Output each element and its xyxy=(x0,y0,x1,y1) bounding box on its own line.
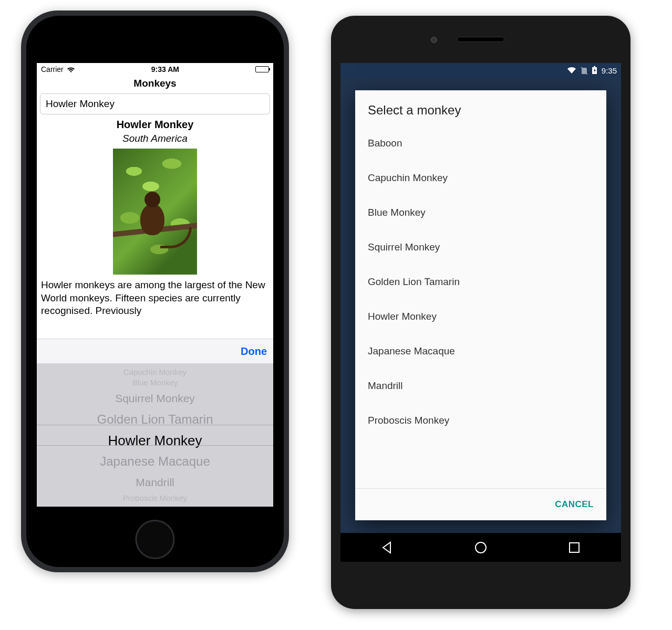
detail-photo xyxy=(113,149,197,275)
dialog-option[interactable]: Japanese Macaque xyxy=(355,334,606,369)
svg-point-2 xyxy=(475,542,486,553)
detail-region: South America xyxy=(37,133,273,144)
iphone-screen: Carrier 9:33 AM Monkeys Howler Monkey Ho… xyxy=(37,63,273,507)
picker-toolbar: Done xyxy=(37,339,273,364)
picker-option[interactable]: Golden Lion Tamarin xyxy=(37,409,273,430)
android-nav-bar xyxy=(340,533,621,562)
android-speaker xyxy=(457,37,504,42)
select-monkey-dialog: Select a monkey Baboon Capuchin Monkey B… xyxy=(355,90,606,520)
page-title: Monkeys xyxy=(37,76,273,93)
home-button[interactable] xyxy=(473,540,488,555)
recents-button[interactable] xyxy=(567,540,582,555)
picker-option[interactable]: Proboscis Monkey xyxy=(37,493,273,503)
no-sim-icon xyxy=(581,67,587,75)
done-button[interactable]: Done xyxy=(241,345,267,358)
picker-option[interactable]: Blue Monkey xyxy=(37,377,273,388)
android-content: Select a monkey Baboon Capuchin Monkey B… xyxy=(340,78,621,533)
dialog-option[interactable]: Squirrel Monkey xyxy=(355,230,606,265)
dialog-option[interactable]: Golden Lion Tamarin xyxy=(355,265,606,299)
battery-icon xyxy=(255,66,269,72)
wifi-icon xyxy=(567,67,576,74)
iphone-device-frame: Carrier 9:33 AM Monkeys Howler Monkey Ho… xyxy=(21,10,289,572)
picker-option[interactable]: Japanese Macaque xyxy=(37,451,273,472)
dialog-option[interactable]: Capuchin Monkey xyxy=(355,161,606,195)
dialog-option[interactable]: Blue Monkey xyxy=(355,195,606,230)
dialog-actions: CANCEL xyxy=(355,488,606,520)
dialog-option[interactable]: Baboon xyxy=(355,126,606,161)
picker-option[interactable]: Mandrill xyxy=(37,472,273,493)
home-button[interactable] xyxy=(136,520,175,559)
clock-label: 9:33 AM xyxy=(151,65,179,74)
dialog-option[interactable]: Mandrill xyxy=(355,369,606,403)
detail-name: Howler Monkey xyxy=(37,119,273,131)
android-device-frame: 9:35 Select a monkey Baboon Capuchin Mon… xyxy=(331,16,630,609)
picker-option[interactable]: Squirrel Monkey xyxy=(37,388,273,409)
iphone-bezel: Carrier 9:33 AM Monkeys Howler Monkey Ho… xyxy=(26,16,284,567)
monkey-picker-field[interactable]: Howler Monkey xyxy=(40,93,270,114)
dialog-option[interactable]: Howler Monkey xyxy=(355,299,606,334)
battery-charging-icon xyxy=(592,66,597,75)
wifi-icon xyxy=(67,66,75,72)
photo-monkey-body xyxy=(140,204,164,235)
dialog-option-list[interactable]: Baboon Capuchin Monkey Blue Monkey Squir… xyxy=(355,126,606,488)
back-button[interactable] xyxy=(380,540,395,555)
carrier-label: Carrier xyxy=(41,65,64,74)
cancel-button[interactable]: CANCEL xyxy=(549,494,600,515)
clock-label: 9:35 xyxy=(602,66,617,75)
picker-option[interactable]: Capuchin Monkey xyxy=(37,367,273,377)
android-front-camera xyxy=(431,37,437,43)
ios-status-bar: Carrier 9:33 AM xyxy=(37,63,273,76)
picker-selected-value: Howler Monkey xyxy=(46,98,115,109)
dialog-title: Select a monkey xyxy=(355,90,606,126)
picker-wheel[interactable]: Capuchin Monkey Blue Monkey Squirrel Mon… xyxy=(37,364,273,507)
dialog-option[interactable]: Proboscis Monkey xyxy=(355,403,606,438)
photo-monkey-head xyxy=(144,192,160,207)
svg-rect-1 xyxy=(594,66,595,67)
android-status-bar: 9:35 xyxy=(340,63,621,78)
svg-rect-3 xyxy=(570,543,579,552)
detail-description: Howler monkeys are among the largest of … xyxy=(37,279,273,318)
android-screen: 9:35 Select a monkey Baboon Capuchin Mon… xyxy=(340,63,621,562)
picker-option-selected[interactable]: Howler Monkey xyxy=(37,430,273,451)
